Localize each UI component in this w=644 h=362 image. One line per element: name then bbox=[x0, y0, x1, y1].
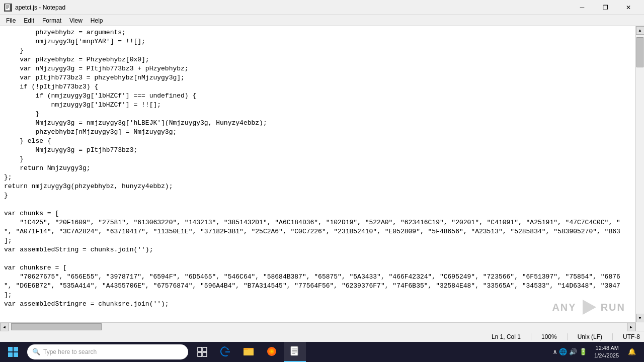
sys-icons-group: ∧ 🌐 🔊 🔋 bbox=[551, 348, 589, 356]
svg-rect-12 bbox=[198, 352, 202, 356]
editor-container: phzyebhybz = arguments; nmjzuygy3g['mnpY… bbox=[0, 26, 644, 322]
vertical-scrollbar[interactable]: ▲ ▼ bbox=[635, 26, 644, 322]
svg-rect-6 bbox=[8, 347, 13, 351]
encoding: UTF-8 bbox=[623, 333, 640, 340]
editor-content[interactable]: phzyebhybz = arguments; nmjzuygy3g['mnpY… bbox=[0, 26, 635, 322]
minimize-button[interactable]: ─ bbox=[571, 0, 594, 15]
svg-rect-13 bbox=[203, 352, 207, 356]
svg-rect-10 bbox=[198, 347, 202, 351]
title-bar: apetci.js - Notepad ─ ❐ ✕ bbox=[0, 0, 644, 15]
menu-help[interactable]: Help bbox=[87, 15, 107, 26]
firefox-icon bbox=[266, 345, 278, 357]
edge-icon bbox=[219, 345, 231, 357]
hscroll-track[interactable] bbox=[9, 323, 627, 331]
notepad-taskbar-icon bbox=[289, 345, 301, 357]
code-area: phzyebhybz = arguments; nmjzuygy3g['mnpY… bbox=[0, 26, 635, 322]
time-display: 12:48 AM bbox=[594, 344, 619, 352]
taskbar: 🔍 Type here to search bbox=[0, 342, 644, 362]
task-view-button[interactable] bbox=[191, 342, 213, 362]
hscroll-thumb[interactable] bbox=[11, 323, 102, 330]
menu-format[interactable]: Format bbox=[38, 15, 65, 26]
title-bar-controls: ─ ❐ ✕ bbox=[571, 0, 640, 15]
search-placeholder: Type here to search bbox=[43, 348, 97, 355]
cursor-position: Ln 1, Col 1 bbox=[492, 333, 521, 340]
svg-rect-16 bbox=[244, 348, 248, 350]
search-icon: 🔍 bbox=[32, 348, 40, 356]
menu-edit[interactable]: Edit bbox=[20, 15, 38, 26]
line-ending: Unix (LF) bbox=[578, 333, 602, 340]
battery-icon[interactable]: 🔋 bbox=[579, 348, 587, 356]
svg-rect-15 bbox=[244, 349, 254, 355]
chevron-up-icon[interactable]: ∧ bbox=[553, 348, 557, 356]
horizontal-scrollbar[interactable]: ◀ ▶ bbox=[0, 322, 635, 331]
taskbar-search[interactable]: 🔍 Type here to search bbox=[27, 344, 188, 359]
svg-rect-8 bbox=[8, 352, 13, 357]
taskbar-apps bbox=[214, 342, 550, 362]
status-bar: Ln 1, Col 1 100% Unix (LF) UTF-8 bbox=[0, 331, 644, 342]
scroll-left-button[interactable]: ◀ bbox=[0, 323, 9, 331]
taskbar-app-other[interactable] bbox=[284, 342, 306, 362]
scroll-down-button[interactable]: ▼ bbox=[636, 314, 645, 322]
svg-rect-11 bbox=[203, 347, 207, 351]
svg-rect-9 bbox=[14, 352, 18, 357]
notification-icon: 🔔 bbox=[628, 348, 636, 356]
taskbar-app-file-explorer[interactable] bbox=[237, 342, 260, 362]
menu-bar: File Edit Format View Help bbox=[0, 15, 644, 26]
title-bar-left: apetci.js - Notepad bbox=[4, 4, 65, 12]
window-title: apetci.js - Notepad bbox=[15, 4, 65, 11]
date-display: 1/24/2025 bbox=[594, 352, 619, 359]
taskbar-app-firefox[interactable] bbox=[261, 342, 283, 362]
start-button[interactable] bbox=[2, 342, 24, 362]
svg-rect-7 bbox=[14, 347, 18, 351]
notepad-icon bbox=[4, 4, 12, 12]
close-button[interactable]: ✕ bbox=[617, 0, 640, 15]
scroll-thumb[interactable] bbox=[636, 37, 643, 67]
network-icon[interactable]: 🌐 bbox=[559, 348, 567, 356]
restore-button[interactable]: ❐ bbox=[594, 0, 617, 15]
svg-rect-20 bbox=[291, 346, 298, 355]
zoom-level: 100% bbox=[541, 333, 557, 340]
scroll-right-button[interactable]: ▶ bbox=[627, 323, 635, 331]
horizontal-scrollbar-row: ◀ ▶ bbox=[0, 322, 644, 331]
clock[interactable]: 12:48 AM 1/24/2025 bbox=[590, 344, 623, 360]
menu-file[interactable]: File bbox=[2, 15, 20, 26]
svg-point-19 bbox=[271, 350, 273, 352]
sys-tray: ∧ 🌐 🔊 🔋 12:48 AM 1/24/2025 🔔 bbox=[551, 342, 642, 362]
task-view-icon bbox=[197, 347, 207, 357]
menu-view[interactable]: View bbox=[65, 15, 87, 26]
file-explorer-icon bbox=[243, 345, 255, 357]
scroll-track[interactable] bbox=[636, 35, 645, 314]
windows-logo-icon bbox=[8, 347, 18, 357]
volume-icon[interactable]: 🔊 bbox=[569, 348, 577, 356]
notification-button[interactable]: 🔔 bbox=[624, 342, 640, 362]
taskbar-app-edge[interactable] bbox=[214, 342, 236, 362]
scroll-up-button[interactable]: ▲ bbox=[636, 26, 645, 35]
